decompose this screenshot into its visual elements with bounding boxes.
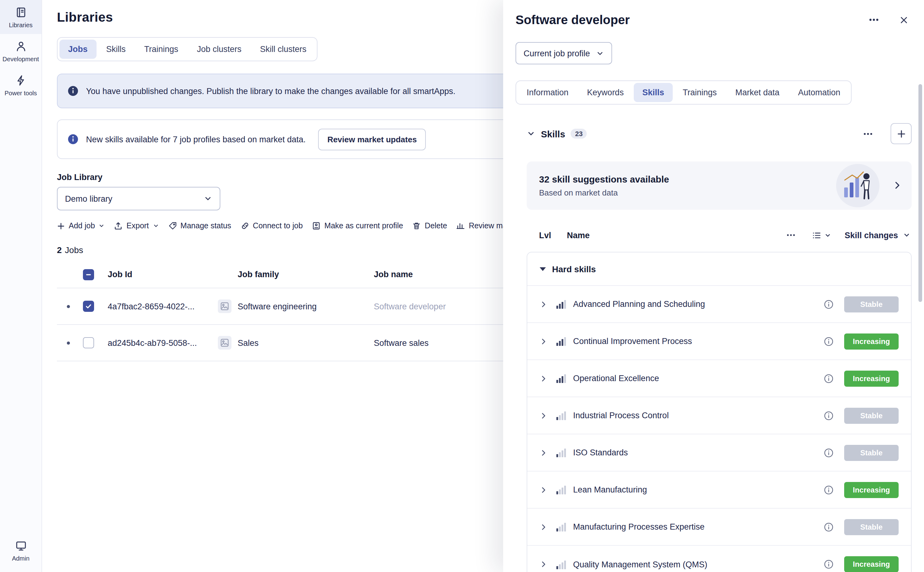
tab-trainings[interactable]: Trainings xyxy=(674,83,725,102)
tab-automation[interactable]: Automation xyxy=(789,83,849,102)
job-id: 4a7fbac2-8659-4022-... xyxy=(108,302,218,311)
collapse-chevron-icon[interactable] xyxy=(527,129,535,138)
skill-row[interactable]: Lean Manufacturing Increasing xyxy=(527,471,911,508)
skill-changes-filter[interactable]: Skill changes xyxy=(845,230,910,240)
delete-button[interactable]: Delete xyxy=(412,222,447,230)
tab-skills[interactable]: Skills xyxy=(634,83,673,102)
add-skill-button[interactable] xyxy=(891,123,912,144)
tab-keywords[interactable]: Keywords xyxy=(578,83,633,102)
info-icon[interactable] xyxy=(824,485,834,495)
skill-level-icon xyxy=(556,560,566,569)
development-icon xyxy=(14,40,27,53)
expand-chevron-icon[interactable] xyxy=(540,300,547,308)
unpublished-dot xyxy=(67,341,70,344)
triangle-down-icon xyxy=(540,267,546,271)
skill-group-hard-skills[interactable]: Hard skills xyxy=(527,252,911,286)
tab-job-clusters[interactable]: Job clusters xyxy=(188,40,250,59)
info-icon[interactable] xyxy=(824,336,834,346)
skills-more-options-button[interactable] xyxy=(860,125,876,142)
job-library-select[interactable]: Demo library xyxy=(57,187,220,210)
info-icon[interactable] xyxy=(824,559,834,569)
expand-chevron-icon[interactable] xyxy=(540,486,547,493)
tab-information[interactable]: Information xyxy=(518,83,577,102)
sidebar-item-development[interactable]: Development xyxy=(0,34,42,68)
job-profile-panel: Software developer Current job profile I… xyxy=(503,0,924,572)
tab-trainings[interactable]: Trainings xyxy=(135,40,187,59)
info-icon[interactable] xyxy=(824,410,834,420)
connect-to-job-button[interactable]: Connect to job xyxy=(240,222,303,230)
row-checkbox[interactable] xyxy=(83,301,94,312)
make-current-profile-button[interactable]: Make as current profile xyxy=(312,222,403,230)
add-job-button[interactable]: Add job xyxy=(57,222,105,230)
skill-level-icon xyxy=(556,374,566,383)
skill-name: Operational Excellence xyxy=(573,374,824,383)
sidebar-item-power-tools[interactable]: Power tools xyxy=(0,68,42,102)
skill-level-icon xyxy=(556,448,566,457)
close-panel-button[interactable] xyxy=(896,12,912,28)
column-header-name: Name xyxy=(567,230,590,240)
expand-chevron-icon[interactable] xyxy=(540,412,547,419)
library-icon xyxy=(14,6,27,19)
skill-level-icon xyxy=(556,411,566,420)
link-icon xyxy=(240,222,249,230)
admin-icon xyxy=(14,539,27,552)
info-icon[interactable] xyxy=(824,522,834,532)
skill-name: Industrial Process Control xyxy=(573,411,824,420)
row-checkbox[interactable] xyxy=(83,337,94,348)
job-library-select-value: Demo library xyxy=(65,194,112,203)
tab-skills[interactable]: Skills xyxy=(98,40,134,59)
skill-name: Continual Improvement Process xyxy=(573,337,824,346)
skill-suggestions-card[interactable]: 32 skill suggestions available Based on … xyxy=(527,162,912,210)
more-options-button[interactable] xyxy=(865,11,882,28)
skill-name: Manufacturing Processes Expertise xyxy=(573,522,824,532)
info-icon[interactable] xyxy=(824,373,834,383)
info-icon[interactable] xyxy=(824,299,834,309)
skills-list-controls: Lvl Name Skill changes xyxy=(527,227,912,243)
tab-skill-clusters[interactable]: Skill clusters xyxy=(251,40,315,59)
info-icon[interactable] xyxy=(824,448,834,457)
panel-title: Software developer xyxy=(515,13,865,27)
skills-count-badge: 23 xyxy=(571,129,587,138)
skill-row[interactable]: Industrial Process Control Stable xyxy=(527,397,911,434)
image-icon xyxy=(218,300,232,313)
manage-status-button[interactable]: Manage status xyxy=(168,222,231,230)
job-family-cell: Software engineering xyxy=(218,300,370,313)
expand-chevron-icon[interactable] xyxy=(540,337,547,345)
skill-row[interactable]: Quality Management System (QMS) Increasi… xyxy=(527,546,911,572)
skill-name: Quality Management System (QMS) xyxy=(573,560,824,569)
profile-version-select[interactable]: Current job profile xyxy=(515,42,612,64)
column-header-job-family: Job family xyxy=(218,270,370,279)
review-market-updates-button[interactable]: Review market updates xyxy=(318,128,426,150)
tab-market-data[interactable]: Market data xyxy=(726,83,788,102)
select-all-checkbox[interactable] xyxy=(83,269,94,280)
skill-row[interactable]: Manufacturing Processes Expertise Stable xyxy=(527,508,911,546)
skill-level-icon xyxy=(556,485,566,494)
plus-icon xyxy=(57,222,65,230)
expand-chevron-icon[interactable] xyxy=(540,375,547,382)
export-button[interactable]: Export xyxy=(114,222,159,230)
banner-text: You have unpublished changes. Publish th… xyxy=(86,86,456,96)
skill-row[interactable]: Advanced Planning and Scheduling Stable xyxy=(527,286,911,323)
expand-chevron-icon[interactable] xyxy=(540,449,547,456)
skill-row[interactable]: ISO Standards Stable xyxy=(527,434,911,471)
skill-row[interactable]: Continual Improvement Process Increasing xyxy=(527,323,911,360)
chevron-down-icon xyxy=(596,49,604,57)
caret-down-icon xyxy=(152,223,159,229)
profile-version-value: Current job profile xyxy=(524,48,590,58)
status-tag-icon xyxy=(168,222,177,230)
list-more-options-button[interactable] xyxy=(782,227,799,243)
tab-jobs[interactable]: Jobs xyxy=(59,40,96,59)
group-by-button[interactable] xyxy=(811,230,831,240)
profile-card-icon xyxy=(312,222,320,230)
skill-row[interactable]: Operational Excellence Increasing xyxy=(527,360,911,397)
expand-chevron-icon[interactable] xyxy=(540,561,547,568)
panel-header: Software developer xyxy=(515,11,912,28)
expand-chevron-icon[interactable] xyxy=(540,523,547,530)
skills-section-title: Skills xyxy=(541,128,565,139)
suggestions-illustration xyxy=(836,164,879,207)
sidebar-item-libraries[interactable]: Libraries xyxy=(0,0,42,34)
scrollbar-thumb[interactable] xyxy=(918,84,922,302)
chart-icon xyxy=(456,222,465,230)
jobs-count-number: 2 xyxy=(57,245,62,255)
sidebar-item-admin[interactable]: Admin xyxy=(0,533,42,567)
